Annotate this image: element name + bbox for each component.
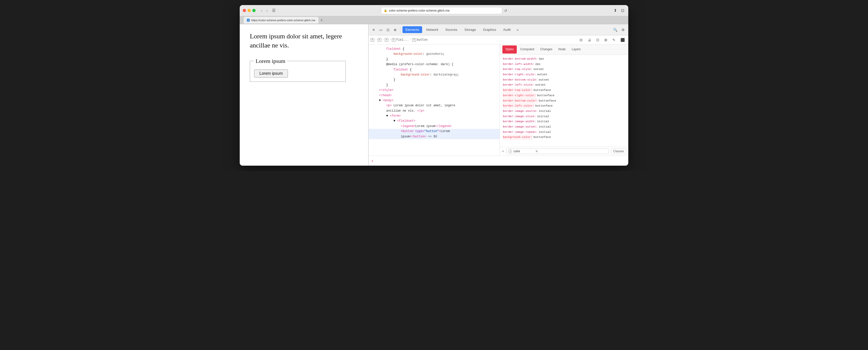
prop-val: outset — [535, 82, 546, 88]
grid-layout-button[interactable]: ⊟ — [578, 37, 584, 43]
filter-clear-button[interactable]: ✕ — [535, 149, 538, 153]
add-style-button[interactable]: + — [502, 149, 504, 153]
browser-tab-bar: c https://color-scheme-prefers-color-sch… — [240, 16, 628, 24]
nav-buttons: ‹ › — [260, 8, 269, 13]
search-button[interactable]: 🔍 — [612, 27, 619, 33]
console-prompt-icon: › — [372, 158, 373, 163]
content-area: Lorem ipsum dolor sit amet, legere ancil… — [240, 24, 628, 166]
inspect-element-button[interactable]: ⊕ — [392, 27, 398, 33]
prop-name: border-image-source: — [503, 109, 538, 114]
new-tab-button[interactable]: ⊡ — [620, 7, 625, 13]
prop-val: buttonface — [533, 135, 551, 140]
styles-tab-styles[interactable]: Styles — [502, 46, 517, 54]
prop-name-highlighted: background-color: — [503, 135, 532, 140]
page-legend: Lorem ipsum — [254, 58, 287, 64]
styles-tab-computed[interactable]: Computed — [517, 45, 537, 55]
styles-tab-layers[interactable]: Layers — [569, 45, 584, 55]
html-line: background-color: darkslategray; — [369, 72, 500, 77]
styles-tab-node[interactable]: Node — [555, 45, 569, 55]
edit-button[interactable]: ✎ — [611, 37, 617, 43]
console-bar: › — [369, 155, 628, 166]
page-button[interactable]: Lorem ipsum — [254, 69, 288, 78]
maximize-button[interactable] — [252, 9, 256, 12]
html-line: ancillae ne vis. </p> — [369, 108, 500, 113]
prop-name: border-image-outset: — [503, 124, 538, 129]
title-bar: ‹ › ☰ 🔒 color-scheme-prefers-color-schem… — [240, 5, 628, 16]
url-bar-container: 🔒 color-scheme-prefers-color-scheme.glit… — [278, 7, 611, 14]
close-devtools-button[interactable]: ✕ — [371, 27, 377, 33]
styles-filter: + ⊙ ✕ Classes — [500, 147, 628, 155]
elements-tab-label: Elements — [405, 28, 419, 32]
prop-val: initial — [537, 114, 549, 119]
styles-tabs: Styles Computed Changes Node Layers — [500, 45, 628, 55]
prop-name: border-image-repeat: — [503, 129, 538, 135]
prop-val: buttonface — [535, 103, 553, 109]
prop-val: outset — [539, 77, 549, 83]
prop-val: 2px — [535, 62, 540, 67]
devtools-toolbar: ✕ ▭ ⊡ ⊕ Elements Network Sources Storage — [369, 24, 628, 35]
prop-val: initial — [537, 119, 549, 124]
html-line: ▼ <fieldset> — [369, 118, 500, 123]
style-prop: border-left-style: outset — [503, 82, 625, 88]
settings-button[interactable]: ⚙ — [620, 27, 626, 33]
prop-name: border-left-width: — [503, 62, 534, 67]
filter-input-wrap: ⊙ ✕ — [506, 148, 609, 154]
tab-storage[interactable]: Storage — [462, 26, 479, 33]
style-prop: border-bottom-width: 2px — [503, 56, 625, 62]
filter-input[interactable] — [514, 149, 534, 153]
page-paragraph: Lorem ipsum dolor sit amet, legere ancil… — [250, 32, 358, 50]
prop-val: initial — [539, 129, 551, 135]
split-view-button[interactable]: ⊞ — [603, 37, 609, 43]
style-prop: border-image-outset: initial — [503, 124, 625, 129]
breadcrumb-item-2[interactable]: E — [378, 38, 381, 42]
tab-audit[interactable]: Audit — [500, 26, 514, 33]
undock-button[interactable]: ⊡ — [385, 27, 391, 33]
html-panel[interactable]: fieldset { background-color: gainsboro; … — [369, 45, 500, 155]
more-tabs-button[interactable]: » — [515, 27, 521, 33]
style-prop-background-color: background-color: buttonface — [503, 135, 625, 140]
prop-name: border-image-width: — [503, 119, 536, 124]
tab-elements[interactable]: Elements — [402, 26, 422, 33]
tab-network[interactable]: Network — [423, 26, 441, 33]
close-button[interactable] — [243, 9, 246, 12]
print-button[interactable]: 🖨 — [586, 37, 593, 43]
console-input[interactable] — [375, 159, 625, 163]
prop-name: border-bottom-width: — [503, 56, 538, 62]
breadcrumb-box-button: E — [412, 38, 416, 42]
style-prop: border-top-style: outset — [503, 67, 625, 72]
reload-button[interactable]: ↺ — [504, 8, 507, 12]
styles-tab-changes[interactable]: Changes — [537, 45, 555, 55]
sidebar-toggle-button[interactable]: ☰ — [272, 8, 276, 13]
network-tab-label: Network — [426, 28, 438, 32]
styles-content[interactable]: border-bottom-width: 2px border-left-wid… — [500, 55, 628, 147]
style-prop-border-left-color: border-left-color: buttonface — [503, 103, 625, 109]
breadcrumb-chevron-3: › — [389, 38, 391, 41]
back-button[interactable]: ‹ — [260, 8, 264, 13]
breadcrumb-item-1[interactable]: E — [371, 38, 374, 42]
box-model-button[interactable]: ⊡ — [595, 37, 601, 43]
breadcrumb-item-3[interactable]: E — [385, 38, 388, 42]
tab-sources[interactable]: Sources — [442, 26, 461, 33]
style-prop: border-image-repeat: initial — [503, 129, 625, 135]
active-tab[interactable]: c https://color-scheme-prefers-color-sch… — [244, 17, 318, 24]
tab-graphics[interactable]: Graphics — [480, 26, 499, 33]
minimize-button[interactable] — [248, 9, 251, 12]
url-bar[interactable]: 🔒 color-scheme-prefers-color-scheme.glit… — [381, 7, 502, 14]
breadcrumb-chevron-1: › — [375, 38, 377, 41]
browser-window: ‹ › ☰ 🔒 color-scheme-prefers-color-schem… — [240, 5, 628, 166]
style-prop: border-right-style: outset — [503, 72, 625, 77]
breadcrumb-item-fiel[interactable]: E fiel... — [392, 38, 409, 42]
prop-val: initial — [539, 109, 551, 114]
share-button[interactable]: ⬆ — [613, 7, 618, 13]
html-line: <p> Lorem ipsum dolor sit amet, legere — [369, 103, 500, 108]
classes-button[interactable]: Classes — [611, 148, 626, 154]
html-line-selected-2[interactable]: ipsum</button> == $0 — [369, 134, 500, 139]
forward-button[interactable]: › — [265, 8, 269, 13]
breadcrumb-item-button[interactable]: E button — [412, 38, 428, 42]
color-picker-button[interactable]: ⬛ — [619, 37, 626, 43]
style-prop-border-right-color: border-right-color: buttonface — [503, 93, 625, 98]
add-tab-button[interactable]: + — [320, 18, 323, 23]
html-line-selected[interactable]: <button type="button">Lorem — [369, 129, 500, 134]
devtools-main-panel: fieldset { background-color: gainsboro; … — [369, 45, 628, 155]
dock-button[interactable]: ▭ — [378, 27, 384, 33]
